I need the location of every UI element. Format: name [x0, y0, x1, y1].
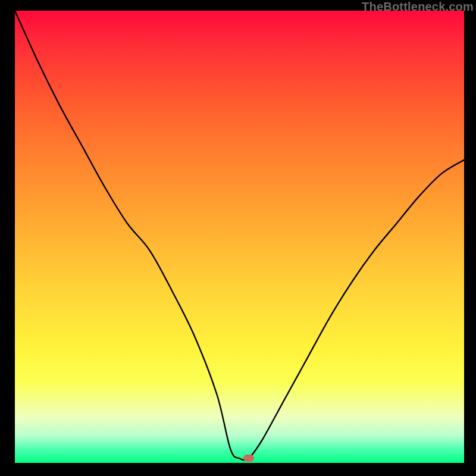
curve-svg	[15, 11, 464, 463]
plot-area	[15, 11, 464, 463]
watermark-text: TheBottleneck.com	[362, 0, 474, 14]
optimum-marker	[243, 455, 254, 462]
chart-frame: TheBottleneck.com	[0, 0, 476, 476]
bottleneck-curve	[15, 11, 464, 460]
